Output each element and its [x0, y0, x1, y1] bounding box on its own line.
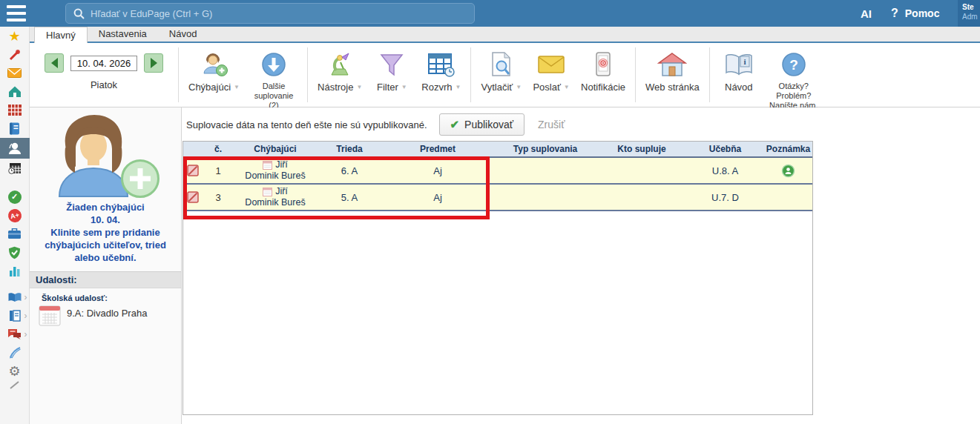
substitute-cell[interactable]: [597, 185, 686, 210]
sidebar-item-settings[interactable]: ⚙: [0, 362, 30, 380]
vytlacit-button[interactable]: Vytlačiť▼: [477, 49, 525, 93]
rozvrh-button[interactable]: Rozvrh▼: [418, 49, 464, 93]
nastroje-button[interactable]: Nástroje▼: [314, 49, 366, 93]
header-kto-supluje: Kto supluje: [597, 142, 686, 156]
envelope-icon: [537, 54, 565, 75]
documents-icon: [9, 310, 21, 322]
table-header-row: č. Chýbajúci Trieda Predmet Typ suplovan…: [183, 142, 812, 158]
substitution-side-panel: Žiaden chýbajúci 10. 04. Klinite sem pre…: [30, 107, 182, 424]
sidebar-item-gradebook[interactable]: [0, 119, 30, 138]
sidebar-item-mail[interactable]: [0, 64, 30, 82]
dalsie-suplovanie-button[interactable]: Dalšie suplovanie (2): [246, 49, 301, 110]
no-absent-text[interactable]: Žiaden chýbajúci 10. 04. Klinite sem pre…: [30, 199, 181, 264]
publish-bar: Suplovacie dáta na tento deň ešte nie sú…: [182, 113, 980, 136]
sidebar-item-documents[interactable]: ›: [0, 306, 30, 325]
sidebar-item-statistics[interactable]: [0, 262, 30, 280]
tab-hlavny[interactable]: Hlavný: [34, 27, 88, 43]
timetable-clock-icon: [427, 52, 456, 77]
mobile-notification-icon: [595, 51, 611, 78]
question-circle-icon: ?: [781, 52, 806, 77]
sidebar-item-wizard[interactable]: [0, 45, 30, 64]
sidebar-item-safety[interactable]: [0, 243, 30, 262]
cancel-button[interactable]: Zrušiť: [538, 119, 565, 130]
logged-user-badge[interactable]: Ste Adm: [958, 0, 980, 27]
otazky-problem-button[interactable]: ? Otázky? Problém? Napíšte nám.: [765, 49, 823, 110]
event-label: 9.A: Divadlo Praha: [67, 305, 147, 319]
tab-navod[interactable]: Návod: [158, 27, 208, 42]
substitution-type-cell[interactable]: [493, 158, 597, 183]
print-preview-icon: [490, 51, 513, 78]
chevron-down-icon: ▼: [234, 84, 240, 90]
no-absent-hint: Klinite sem pre pridanie chýbajúcich uči…: [33, 226, 178, 264]
sidebar-item-signature[interactable]: [0, 343, 30, 362]
substitution-table: č. Chýbajúci Trieda Predmet Typ suplovan…: [182, 141, 813, 415]
hamburger-menu-icon[interactable]: [7, 5, 26, 21]
poslat-button[interactable]: Poslať▼: [528, 49, 574, 93]
sidebar-item-library[interactable]: ›: [0, 288, 30, 306]
search-input[interactable]: [91, 8, 467, 19]
top-bar: AI ? Pomoc Ste Adm: [0, 0, 980, 27]
svg-text:i: i: [743, 57, 746, 66]
sidebar-item-timetable[interactable]: [0, 101, 30, 119]
class-cell: 5. A: [317, 185, 382, 210]
header-ucebna: Učebňa: [686, 142, 764, 156]
navod-button[interactable]: i Návod: [716, 49, 762, 93]
sidebar-item-substitution[interactable]: [0, 138, 30, 159]
add-plus-icon: [121, 159, 160, 198]
table-row[interactable]: 1 Jiří Dominik Bureš 6. A Aj U.8. A: [183, 158, 812, 185]
help-button[interactable]: ? Pomoc: [891, 7, 939, 20]
lesson-number: 3: [203, 185, 234, 210]
home-website-icon: [657, 51, 687, 78]
subject-cell: Aj: [382, 185, 493, 210]
sidebar-item-partial[interactable]: [0, 380, 30, 389]
left-arrow-icon: [51, 58, 58, 68]
web-stranka-button[interactable]: Web stránka: [642, 49, 703, 93]
class-cell: 6. A: [317, 158, 382, 183]
date-navigation: Piatok: [30, 43, 178, 107]
absent-teacher-cell[interactable]: Jiří Dominik Bureš: [234, 158, 317, 183]
sidebar-item-grades[interactable]: A+: [0, 206, 30, 225]
tab-nastavenia[interactable]: Nastavenia: [88, 27, 158, 42]
global-search: [65, 3, 475, 24]
edit-absent-icon[interactable]: [187, 165, 199, 176]
events-header: Udalosti:: [30, 271, 181, 288]
check-icon: ✔: [450, 118, 460, 131]
add-absent-avatar[interactable]: [42, 110, 168, 199]
home-icon: [8, 85, 22, 98]
edit-absent-icon[interactable]: [187, 191, 199, 203]
no-absent-title: Žiaden chýbajúci: [33, 201, 178, 213]
date-input[interactable]: [70, 56, 137, 71]
room-cell: U.7. D: [686, 185, 764, 210]
sidebar-item-home[interactable]: [0, 82, 30, 101]
toolbar: Piatok Chýbajúci▼: [30, 43, 980, 107]
next-day-button[interactable]: [144, 53, 163, 73]
sidebar-item-agenda[interactable]: [0, 225, 30, 243]
event-list-item[interactable]: 9.A: Divadlo Praha: [30, 305, 181, 326]
substitute-cell[interactable]: [597, 158, 686, 183]
substitution-type-cell[interactable]: [493, 185, 597, 210]
search-icon: [73, 8, 85, 19]
chevron-down-icon: ▼: [356, 84, 362, 90]
ai-button[interactable]: AI: [861, 7, 872, 20]
notifikacie-button[interactable]: Notifikácie: [577, 49, 629, 93]
publish-button[interactable]: ✔ Publikovať: [439, 113, 525, 136]
funnel-icon: [379, 52, 404, 77]
filter-button[interactable]: Filter▼: [369, 49, 415, 93]
weekday-label: Piatok: [45, 79, 163, 90]
header-poznamka: Poznámka: [764, 142, 812, 156]
partial-bottom-icon: [9, 380, 21, 389]
gradebook-icon: [9, 122, 20, 135]
green-person-note-icon[interactable]: [781, 164, 795, 178]
absent-teacher-cell[interactable]: Jiří Dominik Bureš: [234, 185, 317, 210]
previous-day-button[interactable]: [45, 53, 64, 73]
sidebar-item-planner[interactable]: [0, 159, 30, 177]
sidebar-item-favorites[interactable]: ★: [0, 27, 30, 45]
help-label: Pomoc: [905, 7, 940, 19]
header-trieda: Trieda: [317, 142, 382, 156]
tools-icon: [326, 51, 354, 78]
library-book-icon: [7, 292, 22, 302]
sidebar-item-messages[interactable]: ›: [0, 325, 30, 343]
sidebar-item-approvals[interactable]: ✓: [0, 188, 30, 206]
chybajuci-button[interactable]: Chýbajúci▼: [185, 49, 243, 93]
table-row[interactable]: 3 Jiří Dominik Bureš 5. A Aj U.7. D: [183, 185, 812, 211]
